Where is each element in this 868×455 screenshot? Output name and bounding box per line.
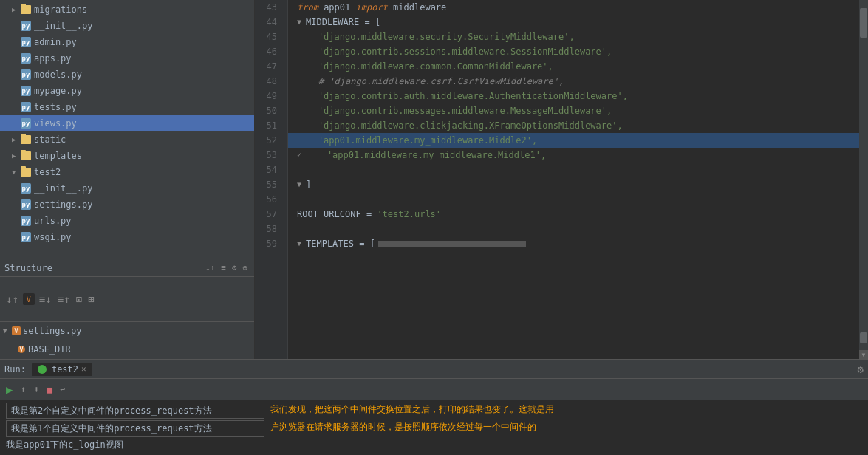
line-num-43: 43 — [255, 0, 281, 15]
fold-icon-44[interactable]: ▼ — [297, 15, 306, 30]
folder-icon — [21, 5, 31, 14]
structure-expand-btn[interactable]: ⊕ — [240, 262, 250, 273]
code-line-51: 'django.middleware.clickjacking.XFrameOp… — [288, 118, 859, 133]
run-output[interactable]: 我是第2个自定义中间件的process_request方法 我们发现，把这两个中… — [0, 400, 868, 455]
base-dir-item[interactable]: V BASE_DIR — [0, 341, 254, 358]
code-line-52: 'app01.middleware.my_middleware.Middle2'… — [288, 133, 859, 148]
line-num-48: 48 — [255, 74, 281, 89]
struct-expand2-btn[interactable]: ⊞ — [86, 292, 95, 307]
line-num-46: 46 — [255, 44, 281, 59]
string-51: 'django.middleware.clickjacking.XFrameOp… — [297, 118, 623, 133]
structure-filter-btn[interactable]: ≡ — [219, 262, 228, 273]
settings-file-label: settings.py — [23, 326, 81, 336]
fold-icon-59[interactable]: ▼ — [297, 236, 306, 251]
code-editor: 43 44 45 46 47 48 49 50 51 52 53 54 55 5… — [255, 0, 868, 359]
tree-item-init-migrations[interactable]: py __init__.py — [0, 18, 254, 34]
fold-icon-53[interactable]: ✓ — [297, 148, 306, 162]
py-icon: py — [21, 183, 31, 194]
structure-panel: Structure ↓↑ ≡ ⚙ ⊕ ↓↑ V ≡↓ ≡↑ ⊡ ⊞ — [0, 259, 254, 321]
code-line-43: from app01 import middleware — [288, 0, 859, 15]
run-stop-btn[interactable]: ■ — [44, 383, 55, 397]
code-text: middleware — [388, 0, 446, 15]
line-num-50: 50 — [255, 103, 281, 118]
tree-item-test2[interactable]: ▼ test2 — [0, 164, 254, 180]
struct-sort1-btn[interactable]: ≡↓ — [38, 292, 53, 307]
folder-icon — [21, 151, 31, 160]
sidebar: ▶ migrations py __init__.py py admin.py … — [0, 0, 255, 359]
tree-item-settings[interactable]: py settings.py — [0, 196, 254, 213]
struct-v-btn[interactable]: V — [23, 293, 35, 305]
line-num-53: 53 — [255, 148, 281, 162]
struct-down-btn[interactable]: ↓↑ — [4, 292, 20, 307]
output-right-1: 我们发现，把这两个中间件交换位置之后，打印的结果也变了。这就是用 — [270, 403, 554, 419]
scrollbar-arrow-down[interactable]: ▼ — [859, 350, 868, 359]
scrollbar-thumb2[interactable] — [860, 332, 867, 343]
code-lines[interactable]: from app01 import middleware ▼ MIDDLEWAR… — [288, 0, 859, 359]
tree-label: urls.py — [34, 216, 72, 226]
code-line-45: 'django.middleware.security.SecurityMidd… — [288, 30, 859, 44]
tree-item-apps[interactable]: py apps.py — [0, 50, 254, 66]
run-scroll-down-btn[interactable]: ⬇ — [30, 383, 42, 397]
run-tab-close[interactable]: ✕ — [81, 364, 86, 374]
tree-label: __init__.py — [34, 21, 92, 31]
tree-label: __init__.py — [34, 183, 92, 194]
line-num-51: 51 — [255, 118, 281, 133]
tree-label: migrations — [34, 4, 87, 15]
struct-sort2-btn[interactable]: ≡↑ — [56, 292, 72, 307]
tree-item-static[interactable]: ▶ static — [0, 131, 254, 148]
vertical-scrollbar[interactable]: ▼ — [859, 0, 868, 359]
settings-area: ▼ V settings.py V BASE_DIR — [0, 321, 254, 359]
chevron-icon: ▶ — [12, 136, 21, 143]
tree-item-models[interactable]: py models.py — [0, 66, 254, 83]
code-line-50: 'django.contrib.messages.middleware.Mess… — [288, 103, 859, 118]
string-53: 'app01.middleware.my_middleware.Middle1'… — [306, 148, 546, 162]
kw-from: from — [297, 0, 318, 15]
run-tab-label: test2 — [52, 364, 78, 374]
run-scroll-up-btn[interactable]: ⬆ — [18, 383, 30, 397]
base-dir-label: BASE_DIR — [28, 344, 71, 355]
run-tab-test2[interactable]: test2 ✕ — [32, 363, 92, 376]
settings-file-header[interactable]: ▼ V settings.py — [0, 322, 254, 340]
tree-item-mypage[interactable]: py mypage.py — [0, 83, 254, 99]
structure-settings-btn[interactable]: ⚙ — [230, 262, 239, 273]
scrollbar-thumb[interactable] — [860, 8, 867, 38]
structure-sort-btn[interactable]: ↓↑ — [203, 262, 217, 273]
tree-item-migrations[interactable]: ▶ migrations — [0, 1, 254, 18]
tree-label: admin.py — [34, 37, 77, 47]
py-icon: py — [21, 86, 31, 96]
line-numbers: 43 44 45 46 47 48 49 50 51 52 53 54 55 5… — [255, 0, 288, 359]
tree-label: static — [34, 134, 66, 145]
tree-item-templates[interactable]: ▶ templates — [0, 148, 254, 164]
py-icon: py — [21, 69, 31, 80]
tree-item-urls[interactable]: py urls.py — [0, 213, 254, 229]
code-line-55: ▼ ] — [288, 177, 859, 192]
run-settings-btn[interactable]: ⚙ — [858, 363, 864, 375]
code-line-57: ROOT_URLCONF = 'test2.urls' — [288, 207, 859, 222]
run-play-btn[interactable]: ▶ — [3, 381, 16, 398]
tree-label: views.py — [34, 118, 77, 129]
string-57: 'test2.urls' — [377, 207, 441, 222]
py-icon: py — [21, 118, 31, 129]
tree-item-views[interactable]: py views.py — [0, 115, 254, 131]
py-icon: py — [21, 199, 31, 210]
string-52: 'app01.middleware.my_middleware.Middle2'… — [297, 133, 537, 148]
struct-export-btn[interactable]: ⊡ — [75, 292, 83, 307]
line-num-47: 47 — [255, 59, 281, 74]
tree-item-wsgi[interactable]: py wsgi.py — [0, 229, 254, 245]
file-tree: ▶ migrations py __init__.py py admin.py … — [0, 0, 254, 259]
code-line-56 — [288, 192, 859, 207]
code-line-48: # 'django.middleware.csrf.CsrfViewMiddle… — [288, 74, 859, 89]
run-wrap-btn[interactable]: ↩ — [57, 383, 68, 396]
tree-label: mypage.py — [34, 86, 82, 96]
chevron-icon: ▶ — [12, 6, 21, 13]
tree-item-admin[interactable]: py admin.py — [0, 34, 254, 50]
py-icon: py — [21, 102, 31, 112]
line-num-52: 52 — [255, 133, 281, 148]
code-line-46: 'django.contrib.sessions.middleware.Sess… — [288, 44, 859, 59]
py-icon: py — [21, 53, 31, 64]
line-num-56: 56 — [255, 192, 281, 207]
line-num-44: 44 — [255, 15, 281, 30]
tree-item-tests[interactable]: py tests.py — [0, 99, 254, 115]
tree-item-init-test2[interactable]: py __init__.py — [0, 180, 254, 196]
fold-icon-55[interactable]: ▼ — [297, 177, 306, 192]
